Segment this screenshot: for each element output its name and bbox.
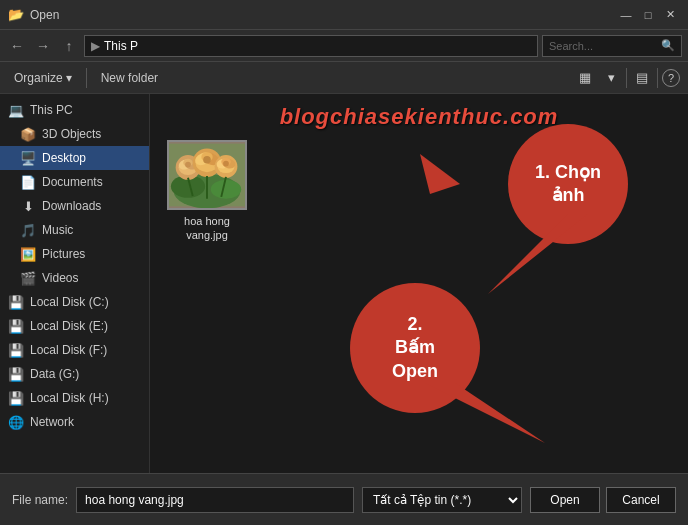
data-g-icon: 💾 <box>8 366 24 382</box>
toolbar-sep-2 <box>626 68 627 88</box>
bubble2-text: 2. Bấm Open <box>392 313 438 383</box>
local-disk-e-label: Local Disk (E:) <box>30 319 108 333</box>
path-prefix: ▶ <box>91 39 100 53</box>
downloads-icon: ⬇ <box>20 198 36 214</box>
title-bar: 📂 Open — □ ✕ <box>0 0 688 30</box>
open-button[interactable]: Open <box>530 487 600 513</box>
documents-label: Documents <box>42 175 103 189</box>
new-folder-button[interactable]: New folder <box>95 66 164 90</box>
filetype-select[interactable]: Tất cả Tệp tin (*.*) <box>362 487 522 513</box>
arrow2-pointer <box>425 383 545 443</box>
view-button-1[interactable]: ▦ <box>574 67 596 89</box>
local-disk-c-icon: 💾 <box>8 294 24 310</box>
organize-button[interactable]: Organize ▾ <box>8 66 78 90</box>
sidebar-item-music[interactable]: 🎵 Music <box>0 218 149 242</box>
search-box[interactable]: Search... 🔍 <box>542 35 682 57</box>
svg-point-3 <box>211 180 241 199</box>
view-button-3[interactable]: ▤ <box>631 67 653 89</box>
desktop-icon: 🖥️ <box>20 150 36 166</box>
music-icon: 🎵 <box>20 222 36 238</box>
documents-icon: 📄 <box>20 174 36 190</box>
title-controls: — □ ✕ <box>616 5 680 25</box>
3d-objects-icon: 📦 <box>20 126 36 142</box>
up-button[interactable]: ↑ <box>58 35 80 57</box>
local-disk-h-label: Local Disk (H:) <box>30 391 109 405</box>
sidebar-item-network[interactable]: 🌐 Network <box>0 410 149 434</box>
this-pc-label: This PC <box>30 103 73 117</box>
svg-marker-25 <box>420 154 460 194</box>
svg-marker-26 <box>488 214 588 294</box>
file-name: hoa hong vang.jpg <box>166 214 248 243</box>
sidebar-item-local-disk-c[interactable]: 💾 Local Disk (C:) <box>0 290 149 314</box>
organize-arrow: ▾ <box>66 71 72 85</box>
network-label: Network <box>30 415 74 429</box>
title-bar-left: 📂 Open <box>8 7 59 22</box>
sidebar-item-downloads[interactable]: ⬇ Downloads <box>0 194 149 218</box>
maximize-button[interactable]: □ <box>638 5 658 25</box>
file-item-hoa-hong-vang[interactable]: hoa hong vang.jpg <box>162 136 252 247</box>
sidebar: 💻 This PC 📦 3D Objects 🖥️ Desktop 📄 Docu… <box>0 94 150 473</box>
bottom-bar: File name: Tất cả Tệp tin (*.*) Open Can… <box>0 473 688 525</box>
view-button-2[interactable]: ▾ <box>600 67 622 89</box>
file-thumbnail <box>167 140 247 210</box>
filename-input[interactable] <box>76 487 354 513</box>
music-label: Music <box>42 223 73 237</box>
svg-point-21 <box>223 161 229 167</box>
back-button[interactable]: ← <box>6 35 28 57</box>
close-button[interactable]: ✕ <box>660 5 680 25</box>
toolbar-right: ▦ ▾ ▤ ? <box>574 67 680 89</box>
local-disk-h-icon: 💾 <box>8 390 24 406</box>
sidebar-item-local-disk-h[interactable]: 💾 Local Disk (H:) <box>0 386 149 410</box>
local-disk-f-label: Local Disk (F:) <box>30 343 107 357</box>
svg-point-9 <box>185 162 191 168</box>
data-g-label: Data (G:) <box>30 367 79 381</box>
search-icon: 🔍 <box>661 39 675 52</box>
organize-label: Organize <box>14 71 63 85</box>
address-bar: ← → ↑ ▶ This P Search... 🔍 <box>0 30 688 62</box>
window-icon: 📂 <box>8 7 24 22</box>
local-disk-c-label: Local Disk (C:) <box>30 295 109 309</box>
toolbar-sep-3 <box>657 68 658 88</box>
downloads-label: Downloads <box>42 199 101 213</box>
arrow1-svg <box>240 134 490 254</box>
window-title: Open <box>30 8 59 22</box>
pictures-label: Pictures <box>42 247 85 261</box>
annotation-bubble-1: 1. Chọn ảnh <box>508 124 628 244</box>
forward-button[interactable]: → <box>32 35 54 57</box>
sidebar-item-desktop[interactable]: 🖥️ Desktop <box>0 146 149 170</box>
minimize-button[interactable]: — <box>616 5 636 25</box>
sidebar-item-pictures[interactable]: 🖼️ Pictures <box>0 242 149 266</box>
sidebar-item-documents[interactable]: 📄 Documents <box>0 170 149 194</box>
pictures-icon: 🖼️ <box>20 246 36 262</box>
videos-label: Videos <box>42 271 78 285</box>
cancel-button[interactable]: Cancel <box>606 487 676 513</box>
sidebar-item-videos[interactable]: 🎬 Videos <box>0 266 149 290</box>
rose-image <box>169 142 245 208</box>
path-segment: This P <box>104 39 138 53</box>
search-placeholder: Search... <box>549 40 593 52</box>
bubble1-text: 1. Chọn ảnh <box>535 161 601 208</box>
sidebar-item-this-pc[interactable]: 💻 This PC <box>0 98 149 122</box>
watermark-text: blogchiasekienthuc.com <box>280 104 559 129</box>
network-icon: 🌐 <box>8 414 24 430</box>
sidebar-item-data-g[interactable]: 💾 Data (G:) <box>0 362 149 386</box>
arrow1-pointer <box>488 214 588 294</box>
watermark: blogchiasekienthuc.com <box>280 104 559 130</box>
filename-label: File name: <box>12 493 68 507</box>
main-content: 💻 This PC 📦 3D Objects 🖥️ Desktop 📄 Docu… <box>0 94 688 473</box>
file-area: blogchiasekienthuc.com <box>150 94 688 473</box>
3d-objects-label: 3D Objects <box>42 127 101 141</box>
this-pc-icon: 💻 <box>8 102 24 118</box>
address-path[interactable]: ▶ This P <box>84 35 538 57</box>
svg-point-15 <box>203 156 211 164</box>
action-buttons: Open Cancel <box>530 487 676 513</box>
toolbar: Organize ▾ New folder ▦ ▾ ▤ ? <box>0 62 688 94</box>
videos-icon: 🎬 <box>20 270 36 286</box>
sidebar-item-local-disk-e[interactable]: 💾 Local Disk (E:) <box>0 314 149 338</box>
sidebar-item-3d-objects[interactable]: 📦 3D Objects <box>0 122 149 146</box>
local-disk-e-icon: 💾 <box>8 318 24 334</box>
help-button[interactable]: ? <box>662 69 680 87</box>
sidebar-item-local-disk-f[interactable]: 💾 Local Disk (F:) <box>0 338 149 362</box>
toolbar-separator <box>86 68 87 88</box>
local-disk-f-icon: 💾 <box>8 342 24 358</box>
